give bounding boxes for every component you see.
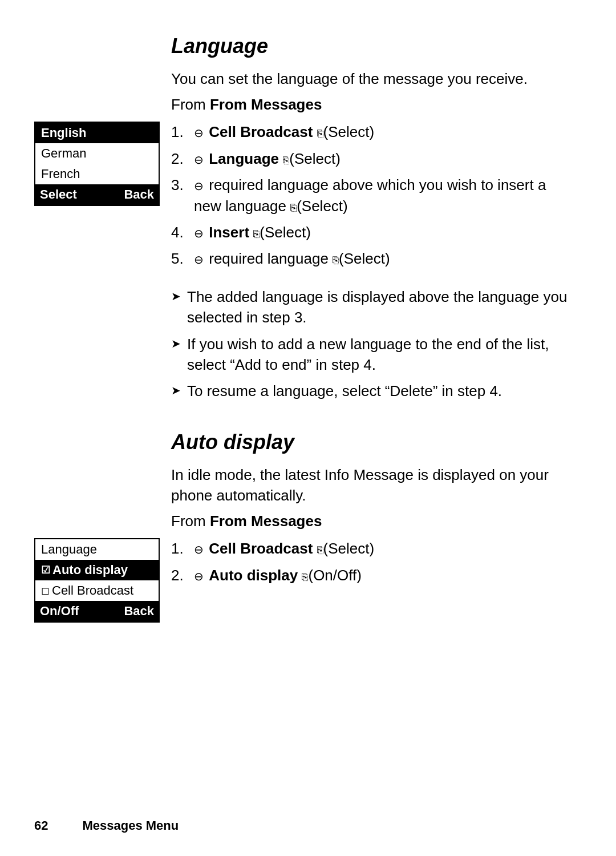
step4-bold: Insert xyxy=(209,224,249,241)
auto-display-steps: 1. ⊖ Cell Broadcast ⎘(Select) 2. ⊖ Auto … xyxy=(171,538,570,591)
note-3: To resume a language, select “Delete” in… xyxy=(171,381,570,401)
step4-nav-icon: ⎘ xyxy=(253,228,260,240)
screen-item-cell-broadcast: ◻ Cell Broadcast xyxy=(35,580,159,601)
ad-step-1: 1. ⊖ Cell Broadcast ⎘(Select) xyxy=(171,538,570,559)
step5-nav-icon: ⎘ xyxy=(333,255,339,266)
screen-onoff-button[interactable]: On/Off xyxy=(35,601,97,621)
ad-step2-nav-icon: ⎘ xyxy=(302,571,308,583)
note-1: The added language is displayed above th… xyxy=(171,286,570,328)
step-4: 4. ⊖ Insert ⎘(Select) xyxy=(171,222,570,243)
screen-item-auto-display: ☑ Auto display xyxy=(35,560,159,580)
auto-display-step-list: 1. ⊖ Cell Broadcast ⎘(Select) 2. ⊖ Auto … xyxy=(171,538,570,586)
menu-icon-1: ⊖ xyxy=(194,125,204,141)
screen-item-language: Language xyxy=(35,539,159,560)
step-5: 5. ⊖ required language ⎘(Select) xyxy=(171,248,570,269)
auto-display-intro: In idle mode, the latest Info Message is… xyxy=(34,465,570,506)
check-icon: ☑ xyxy=(41,564,50,576)
auto-display-phone-screen: Language ☑ Auto display ◻ Cell Broadcast… xyxy=(34,538,160,623)
auto-display-screen-buttons: On/Off Back xyxy=(35,601,159,621)
note-2: If you wish to add a new language to the… xyxy=(171,334,570,375)
screen-select-button[interactable]: Select xyxy=(35,184,97,205)
ad-step-2: 2. ⊖ Auto display ⎘(On/Off) xyxy=(171,565,570,586)
section-language: Language You can set the language of the… xyxy=(34,34,570,402)
screen-item-english: English xyxy=(35,123,159,143)
auto-display-two-col: Language ☑ Auto display ◻ Cell Broadcast… xyxy=(34,538,570,623)
language-from-label: From From Messages xyxy=(34,96,570,114)
menu-icon-3: ⊖ xyxy=(194,178,204,194)
ad-menu-icon-1: ⊖ xyxy=(194,542,204,558)
menu-icon-4: ⊖ xyxy=(194,225,204,241)
footer-page-number: 62 xyxy=(34,818,48,833)
step2-nav-icon: ⎘ xyxy=(283,155,289,166)
uncheck-icon: ◻ xyxy=(41,584,50,597)
screen-back-button-2[interactable]: Back xyxy=(97,601,159,621)
cell-broadcast-label: Cell Broadcast xyxy=(52,583,133,598)
language-notes: The added language is displayed above th… xyxy=(34,286,570,402)
step-2: 2. ⊖ Language ⎘(Select) xyxy=(171,148,570,169)
language-steps: 1. ⊖ Cell Broadcast ⎘(Select) 2. ⊖ Langu… xyxy=(171,122,570,274)
screen-item-german: German xyxy=(35,143,159,164)
step3-nav-icon: ⎘ xyxy=(290,202,297,213)
footer-title: Messages Menu xyxy=(82,818,179,833)
menu-icon-5: ⊖ xyxy=(194,252,204,268)
language-screen-buttons: Select Back xyxy=(35,184,159,205)
menu-icon-2: ⊖ xyxy=(194,152,204,168)
language-intro: You can set the language of the message … xyxy=(34,68,570,89)
auto-display-label: Auto display xyxy=(52,563,128,578)
language-two-col: English German French Select Back 1. ⊖ C… xyxy=(34,122,570,274)
section-language-title: Language xyxy=(34,34,570,58)
step-1: 1. ⊖ Cell Broadcast ⎘(Select) xyxy=(171,122,570,142)
page-footer: 62 Messages Menu xyxy=(34,818,582,833)
page-content: Language You can set the language of the… xyxy=(0,0,616,668)
step1-nav-icon: ⎘ xyxy=(317,128,323,139)
step1-bold: Cell Broadcast xyxy=(209,123,313,140)
ad-menu-icon-2: ⊖ xyxy=(194,568,204,584)
auto-display-from-label: From From Messages xyxy=(34,512,570,530)
step-3: 3. ⊖ required language above which you w… xyxy=(171,175,570,216)
screen-item-french: French xyxy=(35,164,159,184)
ad-step2-bold: Auto display xyxy=(209,567,298,584)
ad-step1-nav-icon: ⎘ xyxy=(317,544,323,556)
step2-bold: Language xyxy=(209,150,279,167)
language-phone-screen: English German French Select Back xyxy=(34,122,160,206)
section-auto-display-title: Auto display xyxy=(34,430,570,454)
screen-back-button[interactable]: Back xyxy=(97,184,159,205)
section-auto-display: Auto display In idle mode, the latest In… xyxy=(34,430,570,623)
ad-step1-bold: Cell Broadcast xyxy=(209,540,313,557)
language-step-list: 1. ⊖ Cell Broadcast ⎘(Select) 2. ⊖ Langu… xyxy=(171,122,570,269)
